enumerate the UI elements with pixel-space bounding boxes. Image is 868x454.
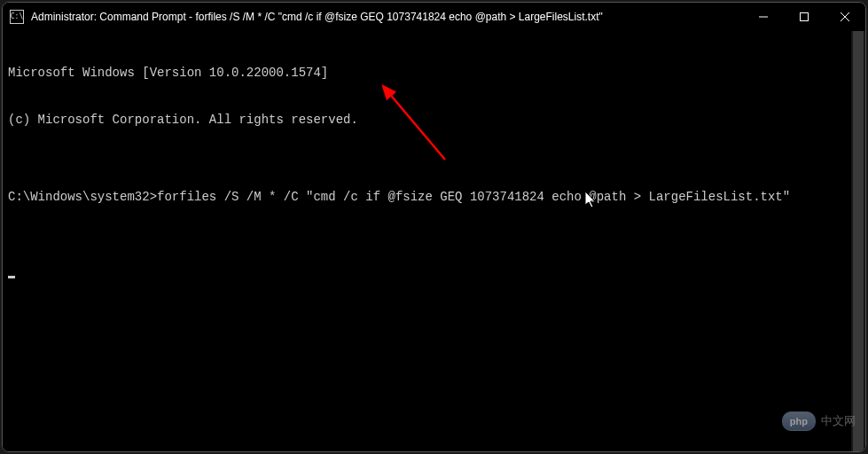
copyright-line: (c) Microsoft Corporation. All rights re… (8, 113, 860, 129)
window-controls (743, 3, 865, 31)
command-text: forfiles /S /M * /C "cmd /c if @fsize GE… (157, 190, 790, 206)
scrollbar-thumb[interactable] (853, 31, 864, 451)
prompt-path: C:\Windows\system32> (8, 190, 157, 206)
prompt-line: C:\Windows\system32>forfiles /S /M * /C … (8, 190, 860, 206)
close-icon (841, 12, 849, 21)
titlebar[interactable]: C:\ Administrator: Command Prompt - forf… (3, 3, 865, 31)
maximize-icon (800, 12, 809, 21)
window-title: Administrator: Command Prompt - forfiles… (31, 11, 743, 23)
text-cursor (8, 276, 15, 278)
minimize-icon (759, 12, 768, 21)
maximize-button[interactable] (784, 3, 825, 31)
app-icon: C:\ (10, 10, 24, 24)
close-button[interactable] (825, 3, 865, 31)
command-prompt-window: C:\ Administrator: Command Prompt - forf… (2, 2, 866, 452)
svg-rect-1 (801, 13, 809, 21)
minimize-button[interactable] (743, 3, 784, 31)
cursor-line (8, 268, 860, 284)
version-line: Microsoft Windows [Version 10.0.22000.15… (8, 66, 860, 82)
scrollbar[interactable] (851, 31, 865, 451)
terminal-output[interactable]: Microsoft Windows [Version 10.0.22000.15… (3, 31, 865, 451)
